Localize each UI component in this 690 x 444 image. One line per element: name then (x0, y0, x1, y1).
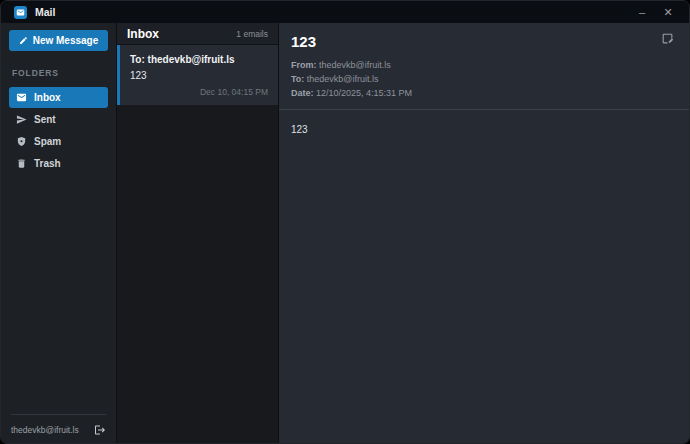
date-label: Date: (291, 88, 314, 98)
window-title: Mail (35, 6, 55, 18)
trash-icon (16, 158, 27, 169)
email-date-line: Date: 12/10/2025, 4:15:31 PM (291, 86, 677, 100)
main-area: New Message FOLDERS Inbox Sent Spam Tras… (1, 23, 689, 443)
email-list-header: Inbox 1 emails (117, 23, 278, 45)
reply-icon[interactable] (661, 31, 677, 47)
mail-app-window: Mail – ✕ New Message FOLDERS Inbox Sent … (0, 0, 690, 444)
new-message-button[interactable]: New Message (9, 30, 108, 51)
to-label: To: (291, 74, 304, 84)
to-value: thedevkb@ifruit.ls (307, 74, 379, 84)
email-from-line: From: thedevkb@ifruit.ls (291, 58, 677, 72)
shield-icon (16, 136, 27, 147)
email-list-title: Inbox (127, 27, 159, 41)
email-to-line: To: thedevkb@ifruit.ls (291, 72, 677, 86)
sidebar-item-trash[interactable]: Trash (9, 153, 108, 174)
from-value: thedevkb@ifruit.ls (319, 60, 391, 70)
email-list-item[interactable]: To: thedevkb@ifruit.ls 123 Dec 10, 04:15… (117, 45, 278, 105)
sidebar-item-spam[interactable]: Spam (9, 131, 108, 152)
reading-pane-header: 123 From: thedevkb@ifruit.ls To: thedevk… (279, 23, 689, 110)
sidebar-item-label: Inbox (34, 92, 61, 103)
mail-app-icon (14, 6, 27, 19)
inbox-envelope-icon (16, 92, 27, 103)
sidebar-divider (11, 414, 106, 415)
email-list-panel: Inbox 1 emails To: thedevkb@ifruit.ls 12… (116, 23, 279, 443)
reading-pane: 123 From: thedevkb@ifruit.ls To: thedevk… (279, 23, 689, 443)
sidebar-footer: thedevkb@ifruit.ls (9, 414, 108, 443)
logout-icon[interactable] (94, 424, 106, 436)
email-body: 123 (279, 110, 689, 149)
titlebar: Mail – ✕ (1, 1, 689, 23)
email-subject-title: 123 (291, 33, 677, 50)
sidebar-item-sent[interactable]: Sent (9, 109, 108, 130)
date-value: 12/10/2025, 4:15:31 PM (316, 88, 412, 98)
pencil-icon (19, 36, 28, 45)
sidebar-item-inbox[interactable]: Inbox (9, 87, 108, 108)
from-label: From: (291, 60, 317, 70)
new-message-label: New Message (33, 35, 99, 46)
email-item-to: To: thedevkb@ifruit.ls (130, 54, 268, 65)
sidebar-item-label: Trash (34, 158, 61, 169)
minimize-button[interactable]: – (629, 1, 655, 23)
sidebar-item-label: Sent (34, 114, 56, 125)
sidebar-item-label: Spam (34, 136, 61, 147)
email-item-subject: 123 (130, 70, 268, 81)
email-item-timestamp: Dec 10, 04:15 PM (130, 87, 268, 97)
account-row: thedevkb@ifruit.ls (9, 424, 108, 436)
email-count-badge: 1 emails (236, 29, 268, 39)
folders-heading: FOLDERS (12, 68, 108, 78)
sidebar: New Message FOLDERS Inbox Sent Spam Tras… (1, 23, 116, 443)
paper-plane-icon (16, 114, 27, 125)
close-button[interactable]: ✕ (655, 1, 681, 23)
account-email: thedevkb@ifruit.ls (11, 425, 79, 435)
